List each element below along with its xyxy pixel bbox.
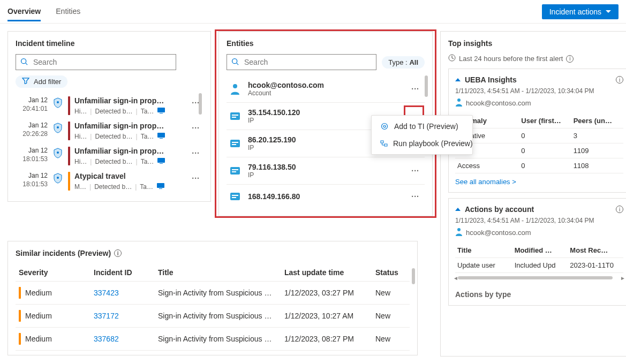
cell: 2023-01-11T0 [568, 258, 623, 273]
table-row[interactable]: ion01109 [455, 143, 623, 158]
svg-rect-4 [160, 113, 163, 113]
incident-status: New [372, 328, 410, 351]
cell: 1108 [571, 158, 623, 173]
info-icon[interactable]: i [566, 55, 574, 63]
playbook-icon [380, 140, 388, 147]
incident-id-link[interactable]: 337423 [94, 289, 119, 297]
table-row[interactable]: Update user Included Upd 2023-01-11T0 [455, 258, 623, 273]
col-peers[interactable]: Peers (un… [571, 113, 623, 128]
col-title[interactable]: Title [155, 264, 281, 282]
incident-actions-button[interactable]: Incident actions [542, 4, 619, 19]
col-user[interactable]: User (first… [519, 113, 571, 128]
info-icon[interactable]: i [616, 206, 623, 213]
svg-line-1 [26, 63, 28, 65]
top-insights-panel: Top insights Last 24 hours before the fi… [440, 31, 626, 357]
incident-id-link[interactable]: 337682 [94, 335, 119, 343]
cell: 0 [519, 158, 571, 173]
filter-icon [22, 78, 29, 86]
tab-entities[interactable]: Entities [56, 2, 80, 21]
more-icon[interactable]: ··· [408, 190, 423, 203]
entities-title: Entities [227, 39, 425, 48]
timeline-meta-1: Hi… [74, 108, 87, 115]
severity-label: Medium [25, 335, 52, 343]
similar-title: Similar incidents (Preview) [16, 249, 111, 257]
incident-last-update: 1/12/2023, 08:27 PM [281, 328, 372, 351]
severity-label: Medium [25, 289, 52, 297]
col-status[interactable]: Status [372, 264, 410, 282]
svg-rect-13 [159, 188, 162, 189]
severity-bar [68, 172, 70, 191]
scrollbar[interactable] [425, 75, 428, 97]
svg-point-8 [57, 151, 59, 154]
col-most[interactable]: Most Rec… [568, 243, 623, 258]
entities-search[interactable] [227, 54, 376, 70]
search-icon [20, 58, 28, 67]
severity-bar [19, 333, 21, 345]
horizontal-scrollbar[interactable]: ◄ ► [455, 275, 623, 280]
incident-last-update: 1/12/2023, 10:27 AM [281, 305, 372, 328]
table-row[interactable]: Medium 337682 Sign-in Activity from Susp… [16, 328, 410, 351]
see-all-anomalies-link[interactable]: See all anomalies > [455, 178, 516, 186]
type-value: All [409, 58, 418, 66]
timeline-meta-3: Ta… [140, 183, 153, 191]
info-icon[interactable]: i [114, 249, 122, 257]
ctx-run-playbook[interactable]: Run playbook (Preview) [372, 135, 472, 152]
svg-rect-6 [157, 133, 165, 138]
timeline-item[interactable]: Jan 12 18:01:53 Atypical travel M…| Dete… [16, 169, 203, 194]
incident-id-link[interactable]: 337172 [94, 312, 119, 320]
entity-kind: Account [248, 89, 402, 97]
timeline-meta-3: Ta… [141, 133, 154, 140]
chevron-up-icon[interactable] [455, 78, 461, 81]
more-icon[interactable]: ··· [408, 164, 423, 177]
table-row[interactable]: nistrative03 [455, 128, 623, 143]
incident-timeline-panel: Incident timeline Add filter [7, 31, 211, 202]
col-incident-id[interactable]: Incident ID [90, 264, 155, 282]
timeline-item[interactable]: Jan 12 18:01:53 Unfamiliar sign-in prop…… [16, 143, 203, 169]
severity-bar [19, 310, 21, 322]
timeline-search-input[interactable] [32, 57, 171, 67]
ueba-insights-card: UEBA Insights i 1/11/2023, 4:54:51 AM - … [448, 69, 626, 193]
table-row[interactable]: Medium 337423 Sign-in Activity from Susp… [16, 282, 410, 305]
entity-item[interactable]: 168.149.166.80 ··· [227, 185, 425, 208]
svg-rect-32 [384, 144, 387, 146]
ctx-add-to-ti[interactable]: Add to TI (Preview) [372, 118, 472, 135]
clock-icon [448, 54, 456, 63]
col-modified[interactable]: Modified … [512, 243, 568, 258]
scrollbar[interactable] [412, 268, 415, 284]
shield-icon [52, 172, 64, 191]
timeline-item[interactable]: Jan 12 20:41:01 Unfamiliar sign-in prop…… [16, 93, 203, 118]
col-severity[interactable]: Severity [16, 264, 90, 282]
col-title[interactable]: Title [455, 243, 512, 258]
more-icon[interactable]: ··· [408, 82, 423, 95]
cell: Included Upd [512, 258, 568, 273]
entities-type-filter[interactable]: Type : All [382, 56, 425, 69]
entity-item[interactable]: hcook@contoso.com Account ··· [227, 75, 425, 103]
table-row[interactable]: Medium 337172 Sign-in Activity from Susp… [16, 305, 410, 328]
scrollbar[interactable] [199, 93, 202, 115]
actions-range: 1/11/2023, 4:54:51 AM - 1/12/2023, 10:34… [455, 217, 623, 224]
timeline-search[interactable] [16, 54, 176, 70]
entity-item[interactable]: 79.116.138.50 IP ··· [227, 157, 425, 185]
ueba-user: hcook@contoso.com [466, 99, 531, 107]
more-icon[interactable]: ··· [188, 122, 203, 140]
computer-icon [157, 107, 165, 115]
computer-icon [156, 183, 165, 191]
col-last-update[interactable]: Last update time [281, 264, 372, 282]
timeline-meta-2: Detected b… [95, 158, 132, 165]
table-row[interactable]: Access01108 [455, 158, 623, 173]
incident-status: New [372, 305, 410, 328]
more-icon[interactable]: ··· [188, 147, 203, 165]
entity-context-menu: Add to TI (Preview) Run playbook (Previe… [371, 115, 473, 155]
entities-search-input[interactable] [243, 57, 372, 67]
timeline-item[interactable]: Jan 12 20:26:28 Unfamiliar sign-in prop…… [16, 118, 203, 143]
info-icon[interactable]: i [616, 76, 623, 84]
tab-overview[interactable]: Overview [7, 2, 41, 21]
svg-rect-21 [232, 142, 238, 143]
tabs: Overview Entities [7, 2, 80, 21]
svg-point-16 [233, 84, 237, 88]
similar-incidents-panel: Similar incidents (Preview) i Severity I… [7, 241, 418, 355]
chevron-up-icon[interactable] [455, 208, 461, 211]
more-icon[interactable]: ··· [188, 172, 203, 191]
timeline-item-title: Unfamiliar sign-in prop… [74, 122, 184, 130]
add-filter-button[interactable]: Add filter [16, 75, 67, 88]
